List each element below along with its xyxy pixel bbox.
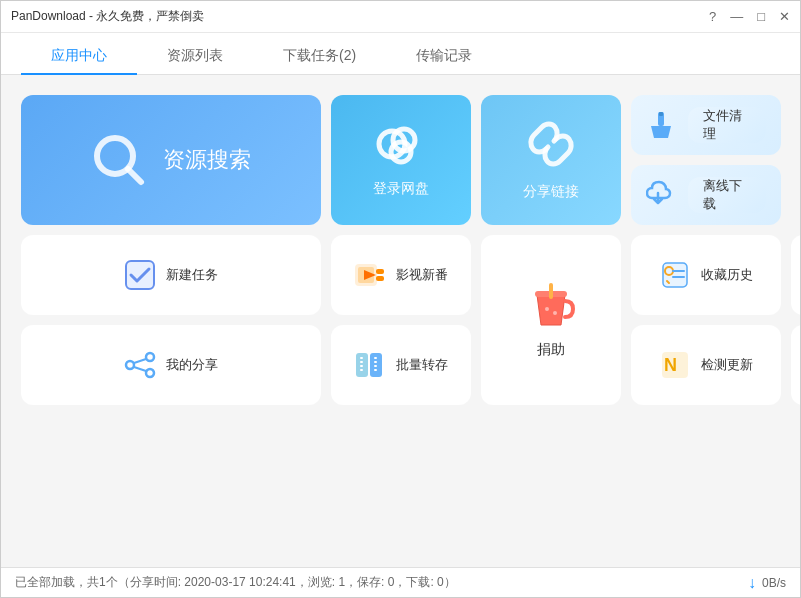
video-new-card[interactable]: 影视新番	[331, 235, 471, 315]
download-cloud-icon	[646, 180, 676, 210]
share-link-label: 分享链接	[523, 183, 579, 201]
titlebar: PanDownload - 永久免费，严禁倒卖 ? — □ ✕	[1, 1, 800, 33]
right-column: 文件清理 离线下载	[631, 95, 781, 225]
svg-rect-30	[360, 357, 363, 359]
close-button[interactable]: ✕	[779, 10, 790, 23]
broom-icon	[646, 110, 676, 140]
minimize-button[interactable]: —	[730, 10, 743, 23]
svg-rect-7	[659, 112, 663, 116]
recycle-card[interactable]: 回收站	[791, 235, 800, 315]
app-grid: 资源搜索 登录网盘 分享链接	[21, 95, 780, 405]
svg-line-1	[128, 169, 141, 182]
svg-rect-37	[374, 365, 377, 367]
cloud-icon	[374, 122, 428, 166]
login-pan-label: 登录网盘	[373, 180, 429, 198]
cup-icon	[527, 281, 575, 333]
offline-dl-label: 离线下载	[688, 177, 766, 213]
check-update-card[interactable]: N 检测更新	[631, 325, 781, 405]
svg-rect-13	[376, 269, 384, 274]
file-clean-card[interactable]: 文件清理	[631, 95, 781, 155]
video-new-label: 影视新番	[396, 266, 448, 284]
svg-point-17	[545, 307, 549, 311]
my-share-card[interactable]: 我的分享	[21, 325, 321, 405]
new-task-card[interactable]: 新建任务	[21, 235, 321, 315]
share-link-card[interactable]: 分享链接	[481, 95, 621, 225]
svg-rect-31	[360, 361, 363, 363]
svg-rect-32	[360, 365, 363, 367]
tab-resource-list[interactable]: 资源列表	[137, 39, 253, 75]
help-button[interactable]: ?	[709, 10, 716, 23]
svg-point-26	[146, 369, 154, 377]
file-clean-label: 文件清理	[688, 107, 766, 143]
settings-card[interactable]: 设置	[791, 325, 800, 405]
svg-point-18	[553, 311, 557, 315]
search-icon	[91, 132, 147, 188]
svg-text:N: N	[664, 355, 677, 375]
statusbar-right: ↓ 0B/s	[748, 574, 786, 592]
svg-rect-36	[374, 361, 377, 363]
svg-rect-16	[549, 283, 553, 299]
svg-point-24	[126, 361, 134, 369]
donate-label: 捐助	[537, 341, 565, 359]
svg-marker-6	[651, 126, 671, 138]
offline-dl-card[interactable]: 离线下载	[631, 165, 781, 225]
svg-rect-35	[374, 357, 377, 359]
login-pan-card[interactable]: 登录网盘	[331, 95, 471, 225]
svg-line-28	[134, 367, 146, 371]
favorites-label: 收藏历史	[701, 266, 753, 284]
tabbar: 应用中心 资源列表 下载任务(2) 传输记录	[1, 33, 800, 75]
batch-card[interactable]: 批量转存	[331, 325, 471, 405]
statusbar: 已全部加载，共1个（分享时间: 2020-03-17 10:24:41，浏览: …	[1, 567, 800, 597]
svg-rect-38	[374, 369, 377, 371]
my-share-label: 我的分享	[166, 356, 218, 374]
resource-search-card[interactable]: 资源搜索	[21, 95, 321, 225]
tab-app-center[interactable]: 应用中心	[21, 39, 137, 75]
update-icon: N	[659, 349, 691, 381]
check-update-label: 检测更新	[701, 356, 753, 374]
svg-rect-33	[360, 369, 363, 371]
tab-download-tasks[interactable]: 下载任务(2)	[253, 39, 386, 75]
resource-search-label: 资源搜索	[163, 145, 251, 175]
speed-text: 0B/s	[762, 576, 786, 590]
svg-line-27	[134, 359, 146, 363]
donate-card[interactable]: 捐助	[481, 235, 621, 405]
batch-icon	[354, 349, 386, 381]
maximize-button[interactable]: □	[757, 10, 765, 23]
svg-rect-14	[376, 276, 384, 281]
app-title: PanDownload - 永久免费，严禁倒卖	[11, 8, 204, 25]
favorites-card[interactable]: 收藏历史	[631, 235, 781, 315]
link-icon	[526, 119, 576, 169]
new-task-label: 新建任务	[166, 266, 218, 284]
checkbox-icon	[124, 259, 156, 291]
status-text: 已全部加载，共1个（分享时间: 2020-03-17 10:24:41，浏览: …	[15, 574, 456, 591]
batch-label: 批量转存	[396, 356, 448, 374]
svg-point-25	[146, 353, 154, 361]
svg-line-23	[667, 281, 669, 283]
favorites-icon	[659, 259, 691, 291]
window-controls: ? — □ ✕	[709, 10, 790, 23]
video-icon	[354, 259, 386, 291]
main-content: 资源搜索 登录网盘 分享链接	[1, 75, 800, 567]
tab-transfer-history[interactable]: 传输记录	[386, 39, 502, 75]
share-icon	[124, 349, 156, 381]
download-arrow-icon: ↓	[748, 574, 756, 592]
